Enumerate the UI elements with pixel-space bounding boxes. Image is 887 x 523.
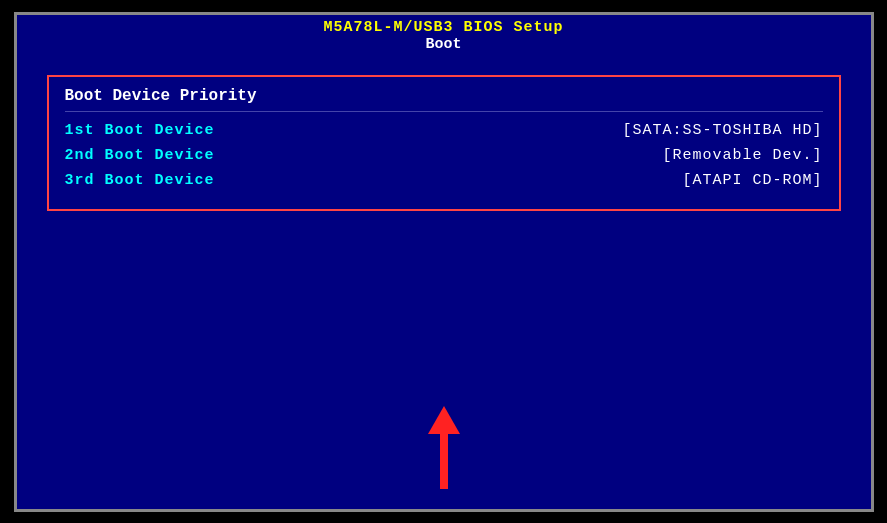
- boot-label-2: 2nd Boot Device: [65, 147, 215, 164]
- boot-label-3: 3rd Boot Device: [65, 172, 215, 189]
- main-content: Boot Device Priority 1st Boot Device [SA…: [17, 55, 871, 509]
- boot-value-2: [Removable Dev.]: [662, 147, 822, 164]
- boot-entry-1[interactable]: 1st Boot Device [SATA:SS-TOSHIBA HD]: [65, 122, 823, 139]
- arrow-shaft: [440, 434, 448, 489]
- arrow-head: [428, 406, 460, 434]
- panel-title: Boot Device Priority: [65, 87, 823, 112]
- bios-section: Boot: [17, 36, 871, 53]
- boot-entry-2[interactable]: 2nd Boot Device [Removable Dev.]: [65, 147, 823, 164]
- boot-value-1: [SATA:SS-TOSHIBA HD]: [622, 122, 822, 139]
- boot-value-3: [ATAPI CD-ROM]: [682, 172, 822, 189]
- boot-entries-list: 1st Boot Device [SATA:SS-TOSHIBA HD] 2nd…: [65, 122, 823, 189]
- bios-screen: M5A78L-M/USB3 BIOS Setup Boot Boot Devic…: [14, 12, 874, 512]
- bios-title: M5A78L-M/USB3 BIOS Setup: [17, 19, 871, 36]
- boot-label-1: 1st Boot Device: [65, 122, 215, 139]
- boot-entry-3[interactable]: 3rd Boot Device [ATAPI CD-ROM]: [65, 172, 823, 189]
- boot-device-panel: Boot Device Priority 1st Boot Device [SA…: [47, 75, 841, 211]
- up-arrow: [428, 406, 460, 489]
- header-bar: M5A78L-M/USB3 BIOS Setup Boot: [17, 15, 871, 55]
